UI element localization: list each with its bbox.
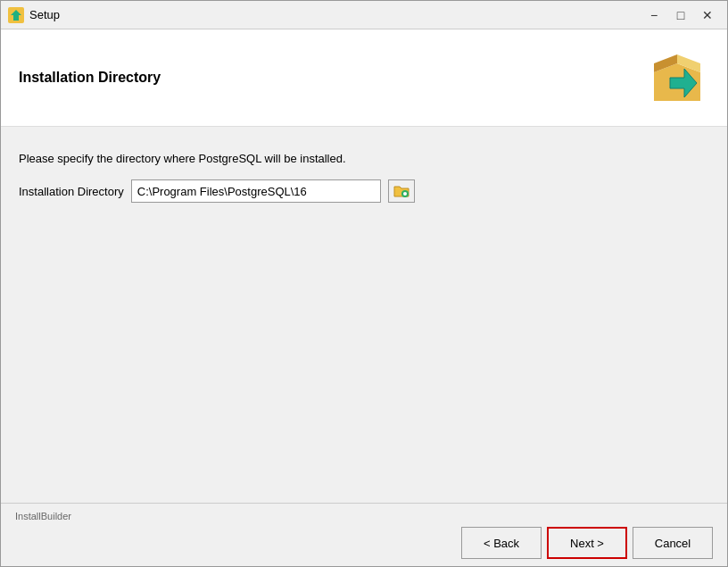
directory-input[interactable] <box>131 179 381 203</box>
builder-label: InstallBuilder <box>15 511 713 521</box>
footer-section: InstallBuilder < Back Next > Cancel <box>1 503 727 566</box>
folder-icon <box>393 183 410 199</box>
window-controls: − □ ✕ <box>641 5 720 25</box>
window-title: Setup <box>29 8 641 21</box>
minimize-button[interactable]: − <box>641 5 666 25</box>
cancel-button[interactable]: Cancel <box>633 527 713 559</box>
app-icon <box>8 7 24 23</box>
back-button[interactable]: < Back <box>461 527 542 559</box>
field-label: Installation Directory <box>19 185 124 198</box>
maximize-button[interactable]: □ <box>668 5 693 25</box>
description-text: Please specify the directory where Postg… <box>19 152 709 165</box>
page-title: Installation Directory <box>19 70 161 86</box>
setup-window: Setup − □ ✕ Installation Directory <box>0 0 728 567</box>
close-button[interactable]: ✕ <box>695 5 720 25</box>
header-section: Installation Directory <box>1 29 727 127</box>
title-bar: Setup − □ ✕ <box>1 1 727 29</box>
header-icon <box>645 46 709 110</box>
content-section: Please specify the directory where Postg… <box>1 127 727 503</box>
browse-button[interactable] <box>388 179 415 203</box>
footer-buttons: < Back Next > Cancel <box>15 527 713 559</box>
svg-point-8 <box>403 192 407 196</box>
directory-field-row: Installation Directory <box>19 179 709 203</box>
next-button[interactable]: Next > <box>547 527 627 559</box>
